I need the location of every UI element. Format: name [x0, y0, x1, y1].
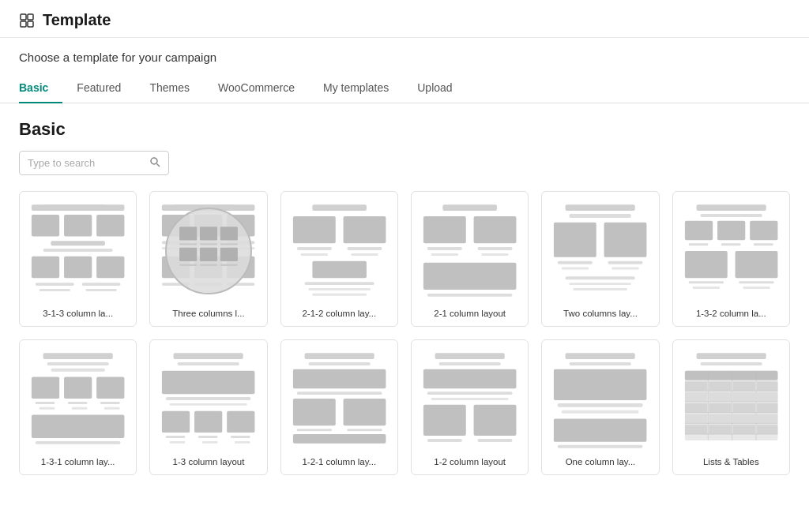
svg-rect-122: [304, 353, 374, 359]
svg-rect-65: [431, 253, 458, 256]
svg-rect-76: [612, 268, 639, 270]
svg-rect-84: [750, 221, 777, 240]
template-card-three-columns[interactable]: Three columns l...: [149, 191, 267, 327]
svg-rect-144: [562, 410, 639, 414]
template-card-2-1-2[interactable]: 2-1-2 column lay...: [280, 191, 398, 327]
svg-rect-139: [477, 439, 512, 442]
card-label-6: 1-3-2 column la...: [681, 309, 781, 318]
tab-bar: Basic Featured Themes WooCommerce My tem…: [0, 73, 809, 103]
svg-rect-140: [566, 353, 635, 359]
search-input[interactable]: [28, 157, 146, 169]
template-card-lists-tables[interactable]: Lists & Tables: [672, 339, 790, 475]
svg-rect-94: [43, 353, 113, 359]
card-label-5: Two columns lay...: [550, 309, 650, 318]
svg-rect-106: [32, 415, 125, 438]
svg-rect-97: [32, 377, 59, 399]
svg-rect-70: [570, 214, 631, 218]
svg-rect-17: [82, 283, 121, 286]
svg-rect-151: [685, 381, 707, 391]
template-card-1-3[interactable]: 1-3 column layout: [149, 339, 267, 475]
svg-rect-0: [21, 14, 26, 20]
svg-rect-124: [293, 369, 386, 388]
page-subtitle: Choose a template for your campaign: [0, 38, 809, 64]
svg-rect-54: [300, 253, 327, 256]
svg-rect-49: [312, 204, 367, 211]
svg-rect-136: [423, 405, 466, 436]
svg-rect-110: [162, 371, 255, 394]
svg-rect-64: [477, 247, 512, 250]
svg-rect-16: [36, 283, 74, 286]
svg-rect-7: [43, 204, 105, 211]
svg-rect-90: [688, 281, 723, 283]
template-card-1-3-1[interactable]: 1-3-1 column lay...: [19, 339, 137, 475]
svg-rect-132: [438, 362, 500, 365]
svg-rect-37: [179, 227, 197, 240]
svg-rect-77: [566, 276, 635, 279]
svg-rect-68: [427, 294, 513, 297]
svg-rect-89: [735, 251, 777, 278]
template-icon: [19, 13, 35, 28]
svg-rect-138: [427, 439, 462, 442]
svg-rect-3: [28, 21, 33, 27]
svg-rect-15: [96, 257, 124, 278]
template-card-1-2[interactable]: 1-2 column layout: [411, 339, 529, 475]
svg-point-4: [151, 158, 157, 164]
search-bar[interactable]: [19, 151, 169, 175]
card-label-9: 1-2-1 column lay...: [289, 457, 389, 466]
card-label-2: Three columns l...: [158, 309, 258, 318]
tab-woocommerce[interactable]: WooCommerce: [204, 73, 309, 103]
card-label-4: 2-1 column layout: [420, 309, 520, 318]
template-card-2-1[interactable]: 2-1 column layout: [411, 191, 529, 327]
svg-rect-58: [308, 288, 370, 290]
svg-rect-112: [170, 403, 247, 406]
svg-rect-119: [170, 441, 186, 444]
template-grid-row1: 3-1-3 column la...: [19, 191, 790, 327]
svg-rect-130: [293, 434, 386, 444]
tab-upload[interactable]: Upload: [403, 73, 466, 103]
svg-rect-98: [64, 377, 92, 399]
card-label-1: 3-1-3 column la...: [28, 309, 128, 318]
svg-rect-91: [739, 281, 773, 283]
card-label-8: 1-3 column layout: [158, 457, 258, 466]
svg-rect-152: [709, 381, 731, 391]
svg-rect-129: [347, 429, 382, 431]
svg-rect-52: [296, 247, 331, 250]
template-card-1-2-1[interactable]: 1-2-1 column lay...: [280, 339, 398, 475]
svg-rect-59: [312, 294, 367, 296]
svg-rect-12: [43, 249, 113, 252]
svg-rect-67: [423, 263, 517, 290]
svg-rect-48: [220, 264, 238, 266]
svg-rect-95: [47, 362, 108, 365]
svg-rect-11: [51, 241, 105, 245]
svg-rect-62: [474, 216, 517, 243]
template-card-1-3-2[interactable]: 1-3-2 column la...: [672, 191, 790, 327]
svg-rect-125: [296, 392, 382, 395]
tab-featured[interactable]: Featured: [62, 73, 135, 103]
template-card-two-columns[interactable]: Two columns lay...: [541, 191, 659, 327]
circle-overlay: [165, 208, 252, 294]
tab-basic[interactable]: Basic: [19, 73, 62, 103]
card-label-7: 1-3-1 column lay...: [28, 457, 128, 466]
tab-my-templates[interactable]: My templates: [309, 73, 403, 103]
template-card-3-1-3[interactable]: 3-1-3 column la...: [19, 191, 137, 327]
svg-rect-159: [685, 403, 707, 413]
svg-rect-156: [709, 392, 731, 402]
tab-themes[interactable]: Themes: [135, 73, 204, 103]
svg-rect-158: [757, 392, 777, 402]
svg-rect-145: [554, 418, 647, 441]
svg-rect-73: [558, 261, 593, 264]
svg-rect-143: [558, 403, 643, 407]
svg-rect-40: [179, 243, 197, 245]
svg-rect-60: [442, 204, 497, 211]
svg-rect-126: [293, 399, 336, 425]
svg-rect-63: [427, 247, 462, 250]
svg-rect-69: [566, 204, 635, 211]
svg-rect-117: [198, 436, 217, 438]
svg-rect-99: [96, 377, 124, 399]
svg-rect-50: [293, 216, 336, 243]
svg-rect-165: [732, 414, 754, 424]
template-card-one-column[interactable]: One column lay...: [541, 339, 659, 475]
svg-rect-127: [343, 399, 386, 425]
svg-rect-113: [162, 411, 190, 433]
svg-rect-2: [21, 21, 26, 27]
